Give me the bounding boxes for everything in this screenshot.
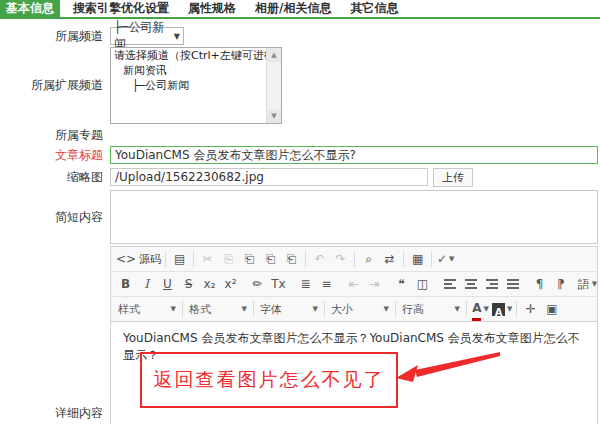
create-div-icon[interactable]: ◫ — [413, 274, 432, 294]
article-edit-page: 基本信息搜索引擎优化设置属性规格相册/相关信息其它信息 所属频道 ├─公司新闻 … — [0, 0, 600, 424]
select-all-icon[interactable]: ▦ — [408, 249, 427, 269]
align-right-icon[interactable] — [482, 274, 501, 294]
blockquote-icon[interactable]: ❝ — [392, 274, 411, 294]
thumbnail-label: 缩略图 — [0, 169, 103, 186]
topic-label: 所属专题 — [0, 127, 103, 144]
scroll-up-icon[interactable]: ▲ — [267, 48, 281, 62]
subscript-icon[interactable]: x₂ — [200, 274, 219, 294]
chevron-down-icon: ▼ — [507, 305, 512, 313]
editor-toolbar-row-2: BIUSx₂x²✏Tx≣≡⇤⇥❝◫¶¶語▼∞∞⚑▨ — [111, 272, 597, 297]
toolbar-separator — [403, 251, 404, 267]
italic-icon[interactable]: I — [137, 274, 156, 294]
paste-text-icon[interactable]: ⎗ — [261, 249, 280, 269]
title-input[interactable] — [110, 146, 598, 164]
numbered-list-icon[interactable]: ≣ — [296, 274, 315, 294]
find-icon[interactable]: ⌕ — [359, 249, 378, 269]
spellcheck-icon[interactable]: ✓▼ — [436, 249, 455, 269]
size-combo-label: 大小 — [331, 302, 353, 317]
rich-text-editor: <>源码▤✂⎘⎗⎗⎗↶↷⌕⇄▦✓▼ BIUSx₂x²✏Tx≣≡⇤⇥❝◫¶¶語▼∞… — [110, 246, 598, 424]
listbox-scrollbar[interactable]: ▲ ▼ — [266, 48, 281, 123]
font-combo-label: 字体 — [260, 302, 282, 317]
chevron-down-icon: ▼ — [455, 305, 460, 313]
underline-icon[interactable]: U — [158, 274, 177, 294]
align-justify-icon[interactable] — [503, 274, 522, 294]
chevron-down-icon: ▼ — [242, 305, 247, 313]
chevron-down-icon: ▼ — [174, 32, 180, 41]
ext-channel-option-0[interactable]: 请选择频道（按Ctrl+左键可进行多选） — [111, 48, 266, 63]
styles-combo-label: 样式 — [118, 302, 140, 317]
toolbar-separator — [466, 301, 467, 317]
chevron-down-icon: ▼ — [483, 305, 488, 313]
ext-channel-option-1[interactable]: 新闻资讯 — [111, 63, 266, 78]
font-combo[interactable]: 字体▼ — [257, 299, 321, 319]
show-blocks-icon[interactable]: ▣ — [542, 299, 561, 319]
align-left-icon[interactable] — [440, 274, 459, 294]
maximize-icon[interactable]: ✛ — [521, 299, 540, 319]
tab-attribute-spec[interactable]: 属性规格 — [182, 0, 242, 17]
line-height-combo[interactable]: 行高▼ — [399, 299, 463, 319]
scroll-down-icon[interactable]: ▼ — [267, 109, 281, 123]
paste-icon[interactable]: ⎗ — [240, 249, 259, 269]
replace-icon[interactable]: ⇄ — [380, 249, 399, 269]
tabbar: 基本信息搜索引擎优化设置属性规格相册/相关信息其它信息 — [0, 0, 600, 19]
copy-icon: ⎘ — [219, 249, 238, 269]
copy-format-icon[interactable]: ✏ — [248, 274, 267, 294]
format-combo-label: 格式 — [189, 302, 211, 317]
size-combo[interactable]: 大小▼ — [328, 299, 392, 319]
format-combo[interactable]: 格式▼ — [186, 299, 250, 319]
bold-icon[interactable]: B — [116, 274, 135, 294]
cut-icon: ✂ — [198, 249, 217, 269]
bidi-rtl-icon[interactable]: ¶ — [551, 274, 570, 294]
chevron-down-icon: ▼ — [384, 305, 389, 313]
editor-content[interactable]: YouDianCMS 会员发布文章图片怎么不显示？YouDianCMS 会员发布… — [111, 322, 597, 424]
align-center-icon[interactable] — [461, 274, 480, 294]
toolbar-separator — [516, 301, 517, 317]
toolbar-separator — [395, 301, 396, 317]
chevron-down-icon: ▼ — [313, 305, 318, 313]
toolbar-separator — [165, 251, 166, 267]
bg-color-icon[interactable]: A▼ — [492, 299, 512, 319]
ext-channel-label: 所属扩展频道 — [0, 47, 103, 124]
toolbar-separator — [305, 251, 306, 267]
detail-content-label: 详细内容 — [0, 405, 103, 422]
bulleted-list-icon[interactable]: ≡ — [317, 274, 336, 294]
outdent-icon: ⇤ — [344, 274, 363, 294]
text-color-icon[interactable]: A▼ — [471, 299, 490, 319]
toolbar-separator — [253, 301, 254, 317]
editor-toolbar-row-1: <>源码▤✂⎘⎗⎗⎗↶↷⌕⇄▦✓▼ — [111, 247, 597, 272]
styles-combo[interactable]: 样式▼ — [115, 299, 179, 319]
source-icon[interactable]: <>源码 — [116, 249, 161, 269]
language-icon[interactable]: 語▼ — [578, 274, 597, 294]
strike-icon[interactable]: S — [179, 274, 198, 294]
line-height-combo-label: 行高 — [402, 302, 424, 317]
ext-channel-listbox[interactable]: 请选择频道（按Ctrl+左键可进行多选）新闻资讯├─公司新闻 ▲ ▼ — [110, 47, 282, 124]
chevron-down-icon: ▼ — [171, 305, 176, 313]
chevron-down-icon: ▼ — [449, 255, 454, 263]
remove-format-icon[interactable]: Tx — [269, 274, 288, 294]
ext-channel-options: 请选择频道（按Ctrl+左键可进行多选）新闻资讯├─公司新闻 — [111, 48, 266, 123]
toolbar-separator — [354, 251, 355, 267]
new-page-icon[interactable]: ▤ — [170, 249, 189, 269]
tab-other-info[interactable]: 其它信息 — [344, 0, 404, 17]
toolbar-separator — [193, 251, 194, 267]
channel-select[interactable]: ├─公司新闻 ▼ — [110, 27, 184, 45]
channel-label: 所属频道 — [0, 28, 103, 45]
indent-icon: ⇥ — [365, 274, 384, 294]
toolbar-separator — [431, 251, 432, 267]
paste-word-icon[interactable]: ⎗ — [282, 249, 301, 269]
superscript-icon[interactable]: x² — [221, 274, 240, 294]
tab-album-related[interactable]: 相册/相关信息 — [249, 0, 337, 17]
upload-button[interactable]: 上传 — [433, 168, 473, 187]
tab-basic-info[interactable]: 基本信息 — [0, 0, 60, 17]
source-button-label: 源码 — [139, 252, 161, 267]
toolbar-separator — [324, 301, 325, 317]
thumbnail-input[interactable] — [110, 168, 428, 186]
bidi-ltr-icon[interactable]: ¶ — [530, 274, 549, 294]
ext-channel-option-2[interactable]: ├─公司新闻 — [111, 78, 266, 93]
short-content-textarea[interactable] — [110, 190, 598, 244]
tab-seo-settings[interactable]: 搜索引擎优化设置 — [67, 0, 175, 17]
title-label: 文章标题 — [0, 147, 103, 164]
editor-content-text: YouDianCMS 会员发布文章图片怎么不显示？YouDianCMS 会员发布… — [123, 330, 585, 364]
short-content-label: 简短内容 — [0, 190, 103, 244]
redo-icon: ↷ — [331, 249, 350, 269]
